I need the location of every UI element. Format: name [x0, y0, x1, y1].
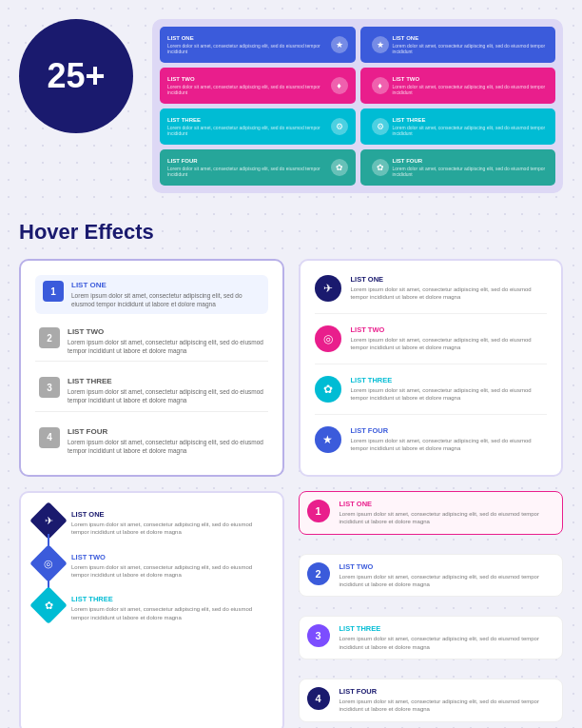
color-item-5: LIST THREE Lorem dolor sit amet, consect… — [160, 108, 356, 145]
gear-icon-2: ⚙ — [372, 118, 389, 135]
badge-text: 25+ — [47, 56, 105, 96]
list-item: 4 LIST FOUR Lorem ipsum dolor sit amet, … — [35, 422, 268, 461]
num-circle-3: 3 — [307, 624, 330, 647]
list-item: 2 LIST TWO Lorem ipsum dolor sit amet, c… — [35, 322, 268, 362]
color-item-7: LIST FOUR Lorem dolor sit amet, consecte… — [160, 149, 356, 186]
num-circle-2: 2 — [307, 562, 330, 585]
color-item-1: LIST ONE Lorem dolor sit amet, consectet… — [160, 27, 356, 63]
user-icon: ★ — [315, 426, 341, 453]
numbered-list-card: 1 LIST ONE Lorem ipsum dolor sit amet, c… — [19, 259, 284, 477]
list-item: ✿ LIST THREE Lorem ipsum dolor sit amet,… — [315, 376, 548, 415]
list-item: LIST TWO Lorem ipsum dolor sit amet, con… — [35, 550, 268, 580]
flower-icon: ✿ — [331, 159, 348, 176]
star-icon-2: ★ — [372, 36, 389, 53]
star-icon: ★ — [331, 36, 348, 53]
header-right: LIST ONE Lorem dolor sit amet, consectet… — [152, 19, 563, 201]
num-badge-2: 2 — [39, 327, 60, 348]
num-badge-3: 3 — [39, 377, 60, 398]
header-section: 25+ LIST ONE Lorem dolor sit amet, conse… — [19, 19, 563, 201]
diamond-shape-3 — [29, 587, 68, 625]
num-circle-1: 1 — [307, 500, 330, 522]
list-item: ✈ LIST ONE Lorem ipsum dolor sit amet, c… — [315, 275, 548, 314]
list-item: LIST THREE Lorem ipsum dolor sit amet, c… — [35, 592, 268, 621]
color-item-8: ✿ LIST FOUR Lorem dolor sit amet, consec… — [360, 149, 556, 186]
flower-icon-2: ✿ — [372, 159, 389, 176]
circle-icon: ◎ — [315, 325, 341, 352]
list-item: 3 LIST THREE Lorem ipsum dolor sit amet,… — [299, 616, 564, 659]
page-title: Hover Effects — [19, 220, 563, 245]
plane-icon: ✈ — [315, 275, 341, 302]
list-item: 1 LIST ONE Lorem ipsum dolor sit amet, c… — [299, 491, 564, 535]
icon-list-card: ✈ LIST ONE Lorem ipsum dolor sit amet, c… — [299, 259, 564, 477]
diamond-icon: ♦ — [331, 77, 348, 94]
num-circle-list-panel: 1 LIST ONE Lorem ipsum dolor sit amet, c… — [299, 491, 564, 728]
num-circle-4: 4 — [307, 687, 330, 710]
num-badge-4: 4 — [39, 427, 60, 448]
color-item-2: ★ LIST ONE Lorem dolor sit amet, consect… — [360, 27, 556, 63]
color-item-6: ⚙ LIST THREE Lorem dolor sit amet, conse… — [360, 108, 556, 145]
badge-circle: 25+ — [19, 19, 133, 133]
paw-icon: ✿ — [315, 376, 341, 403]
middle-grid: 1 LIST ONE Lorem ipsum dolor sit amet, c… — [19, 259, 563, 477]
color-item-4: ♦ LIST TWO Lorem dolor sit amet, consect… — [360, 68, 556, 104]
list-item: 2 LIST TWO Lorem ipsum dolor sit amet, c… — [299, 554, 564, 598]
color-item-3: LIST TWO Lorem dolor sit amet, consectet… — [160, 68, 356, 104]
list-item: 4 LIST FOUR Lorem ipsum dolor sit amet, … — [299, 679, 564, 722]
list-item: 1 LIST ONE Lorem ipsum dolor sit amet, c… — [35, 275, 268, 314]
num-badge-1: 1 — [43, 281, 64, 302]
color-grid-panel: LIST ONE Lorem dolor sit amet, consectet… — [152, 19, 563, 193]
list-item: ◎ LIST TWO Lorem ipsum dolor sit amet, c… — [315, 325, 548, 364]
list-item: ★ LIST FOUR Lorem ipsum dolor sit amet, … — [315, 426, 548, 453]
bottom-grid: LIST ONE Lorem ipsum dolor sit amet, con… — [19, 491, 563, 728]
list-item: LIST ONE Lorem ipsum dolor sit amet, con… — [35, 507, 268, 537]
list-item: 3 LIST THREE Lorem ipsum dolor sit amet,… — [35, 371, 268, 411]
timeline-list-card: LIST ONE Lorem ipsum dolor sit amet, con… — [19, 491, 284, 728]
gear-icon: ⚙ — [331, 118, 348, 135]
diamond-icon-2: ♦ — [372, 77, 389, 94]
